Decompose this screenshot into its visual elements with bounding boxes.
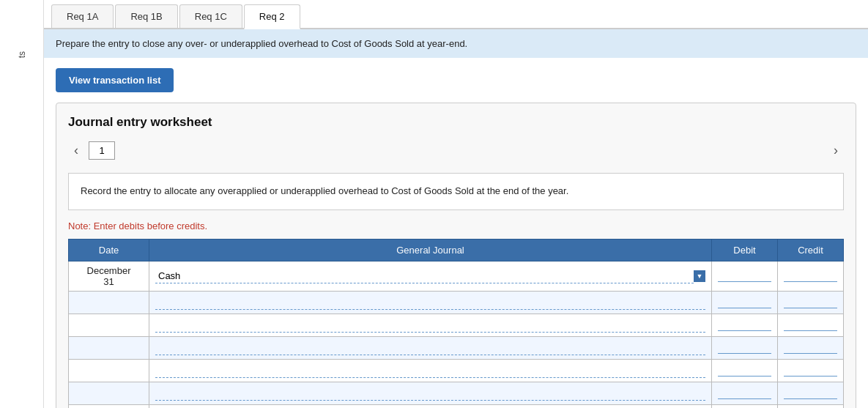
prev-page-button[interactable]: ‹ bbox=[68, 140, 84, 161]
note-text: Note: Enter debits before credits. bbox=[68, 220, 844, 231]
tabs-bar: Req 1A Req 1B Req 1C Req 2 bbox=[44, 0, 868, 29]
table-row-date-3 bbox=[69, 336, 149, 359]
table-row-debit-5[interactable] bbox=[712, 382, 778, 404]
journal-input-0[interactable] bbox=[155, 269, 694, 283]
table-row-credit-2[interactable] bbox=[778, 314, 844, 336]
table-row-journal-5[interactable] bbox=[149, 382, 712, 404]
instruction-text: Prepare the entry to close any over- or … bbox=[56, 38, 467, 49]
table-row-credit-6[interactable] bbox=[778, 404, 844, 408]
table-row-debit-3[interactable] bbox=[712, 336, 778, 359]
table-row-date-1 bbox=[69, 291, 149, 314]
tab-req1a[interactable]: Req 1A bbox=[51, 4, 114, 28]
debit-input-2[interactable] bbox=[718, 319, 771, 331]
table-row-credit-1[interactable] bbox=[778, 291, 844, 314]
credit-input-5[interactable] bbox=[784, 387, 837, 399]
credit-input-0[interactable] bbox=[784, 270, 837, 282]
tab-req2[interactable]: Req 2 bbox=[244, 4, 300, 29]
table-row-debit-1[interactable] bbox=[712, 291, 778, 314]
table-row-journal-4[interactable] bbox=[149, 359, 712, 382]
page-number-input[interactable] bbox=[89, 141, 115, 160]
left-sidebar: ts bbox=[0, 0, 44, 408]
tab-req1b[interactable]: Req 1B bbox=[115, 4, 177, 28]
table-row-date-0: December 31 bbox=[69, 261, 149, 291]
main-content: Req 1A Req 1B Req 1C Req 2 Prepare the e… bbox=[44, 0, 868, 408]
credit-input-2[interactable] bbox=[784, 319, 837, 331]
table-row-debit-2[interactable] bbox=[712, 314, 778, 336]
view-transaction-button[interactable]: View transaction list bbox=[56, 68, 174, 92]
table-row-journal-1[interactable] bbox=[149, 291, 712, 314]
table-row-date-4 bbox=[69, 359, 149, 382]
col-header-date: Date bbox=[69, 239, 149, 261]
credit-input-4[interactable] bbox=[784, 365, 837, 377]
journal-input-3[interactable] bbox=[155, 341, 705, 355]
table-row-journal-2[interactable] bbox=[149, 314, 712, 336]
table-row-debit-0[interactable] bbox=[712, 261, 778, 291]
credit-input-1[interactable] bbox=[784, 297, 837, 308]
journal-input-4[interactable] bbox=[155, 363, 705, 378]
table-row-debit-4[interactable] bbox=[712, 359, 778, 382]
instruction-banner: Prepare the entry to close any over- or … bbox=[44, 29, 868, 58]
journal-input-1[interactable] bbox=[155, 295, 705, 310]
table-row-credit-3[interactable] bbox=[778, 336, 844, 359]
journal-worksheet: Journal entry worksheet ‹ › Record the e… bbox=[56, 103, 856, 408]
worksheet-title: Journal entry worksheet bbox=[68, 115, 844, 130]
debit-input-0[interactable] bbox=[718, 270, 771, 282]
table-row-debit-6[interactable] bbox=[712, 404, 778, 408]
col-header-debit: Debit bbox=[712, 239, 778, 261]
journal-input-5[interactable] bbox=[155, 386, 705, 401]
entry-description: Record the entry to allocate any overapp… bbox=[68, 173, 844, 210]
table-row-journal-6[interactable] bbox=[149, 404, 712, 408]
credit-input-3[interactable] bbox=[784, 342, 837, 354]
table-row-credit-4[interactable] bbox=[778, 359, 844, 382]
entry-description-text: Record the entry to allocate any overapp… bbox=[81, 185, 568, 196]
col-header-credit: Credit bbox=[778, 239, 844, 261]
journal-table: Date General Journal Debit Credit Decemb… bbox=[68, 239, 844, 408]
dropdown-arrow-icon[interactable]: ▼ bbox=[694, 270, 705, 282]
journal-input-2[interactable] bbox=[155, 318, 705, 333]
table-row-date-5 bbox=[69, 382, 149, 404]
debit-input-4[interactable] bbox=[718, 365, 771, 377]
next-page-button[interactable]: › bbox=[828, 140, 844, 161]
table-row-journal-0[interactable]: ▼ bbox=[149, 261, 712, 291]
table-row-date-6 bbox=[69, 404, 149, 408]
tab-req1c[interactable]: Req 1C bbox=[179, 4, 242, 28]
table-row-date-2 bbox=[69, 314, 149, 336]
sidebar-label: ts bbox=[17, 51, 27, 58]
col-header-general-journal: General Journal bbox=[149, 239, 712, 261]
debit-input-5[interactable] bbox=[718, 387, 771, 399]
table-row-credit-0[interactable] bbox=[778, 261, 844, 291]
table-row-credit-5[interactable] bbox=[778, 382, 844, 404]
nav-row: ‹ › bbox=[68, 140, 844, 161]
debit-input-1[interactable] bbox=[718, 297, 771, 308]
debit-input-3[interactable] bbox=[718, 342, 771, 354]
table-row-journal-3[interactable] bbox=[149, 336, 712, 359]
